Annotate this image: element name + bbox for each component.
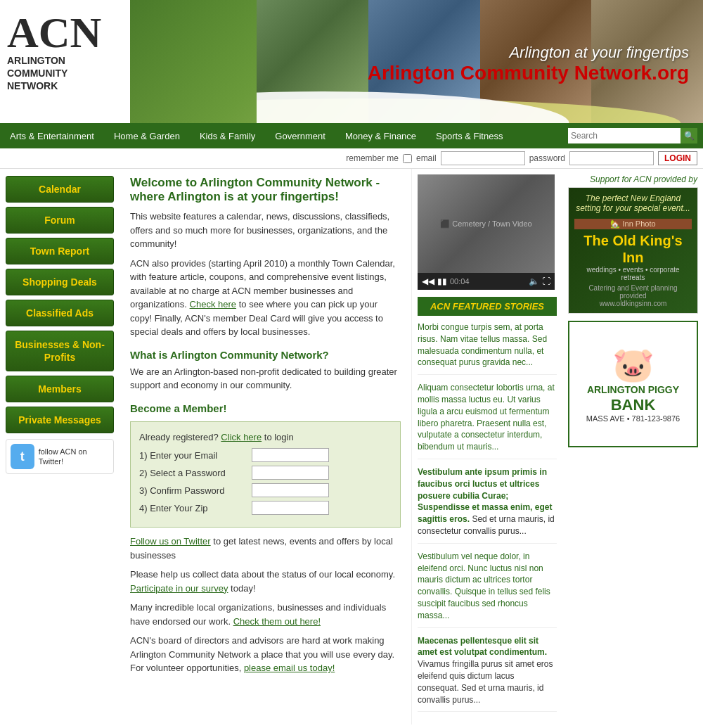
main-nav: Arts & Entertainment Home & Garden Kids … [0,123,703,148]
banner: Arlington at your fingertips Arlington C… [130,0,703,123]
search-input[interactable] [568,128,681,143]
sidebar-item-calendar[interactable]: Calendar [6,176,114,203]
bank-subtitle: BANK [611,396,656,414]
featured-header: ACN FEATURED STORIES [418,297,557,316]
follow-twitter-link[interactable]: Follow us on Twitter [130,536,211,547]
remember-me-label: remember me [346,153,399,163]
registered-text: Already registered? Click here to login [139,430,392,445]
form-row-email: 1) Enter your Email [139,448,392,462]
story-item-2: Aliquam consectetur lobortis urna, at mo… [418,382,557,459]
video-volume-button[interactable]: 🔈 [529,276,539,286]
member-email-input[interactable] [252,448,329,462]
become-heading: Become a Member! [130,402,401,414]
bank-address: MASS AVE • 781-123-9876 [586,414,680,423]
logo-text: ARLINGTON COMMUNITY NETWORK [7,54,123,93]
survey-link[interactable]: Participate in our survey [130,583,228,594]
bank-ad[interactable]: 🐷 ARLINGTON PIGGY BANK MASS AVE • 781-12… [568,321,697,447]
twitter-follow-box[interactable]: t follow ACN on Twitter! [6,439,114,474]
logo-area: ACN ARLINGTON COMMUNITY NETWORK [0,0,130,123]
search-area: 🔍 [568,128,703,143]
bank-ad-box[interactable]: 🐷 ARLINGTON PIGGY BANK MASS AVE • 781-12… [568,321,698,447]
nav-kids-family[interactable]: Kids & Family [190,123,265,148]
intro-p1: This website features a calendar, news, … [130,210,401,251]
story-text-4: Vestibulum vel neque dolor, in eleifend … [418,551,557,622]
password-label: password [529,153,565,163]
nav-money-finance[interactable]: Money & Finance [335,123,426,148]
form-row-password: 2) Select a Password [139,466,392,480]
ads-column: Support for ACN provided by The perfect … [562,169,703,724]
inn-ad-intro: The perfect New England setting for your… [574,193,692,213]
sidebar-item-town-report[interactable]: Town Report [6,238,114,264]
story-item-5: Maecenas pellentesque elit sit amet est … [418,635,557,713]
video-controls: ◀◀ ▮▮ 00:04 🔈 ⛶ [418,273,555,290]
support-text: Support for ACN provided by [568,174,697,184]
sidebar-item-shopping-deals[interactable]: Shopping Deals [6,269,114,295]
featured-acn-label: ACN [430,301,453,312]
email-input[interactable] [441,151,525,165]
story-item-1: Morbi congue turpis sem, at porta risus.… [418,321,557,375]
main-layout: Calendar Forum Town Report Shopping Deal… [0,169,703,724]
story-item-4: Vestibulum vel neque dolor, in eleifend … [418,551,557,628]
inn-subtitle: weddings • events • corporate retreats [574,266,692,281]
board-paragraph: ACN's board of directors and advisors ar… [130,634,401,675]
inn-image-placeholder: 🏡 Inn Photo [574,219,692,229]
video-placeholder: ⬛ Cemetery / Town Video [418,174,555,273]
check-here-link[interactable]: Check here [190,299,236,309]
logo-acn: ACN [7,11,123,54]
inn-name: The Old King's Inn [574,232,692,266]
video-fullscreen-button[interactable]: ⛶ [542,276,550,286]
main-content: Welcome to Arlington Community Network -… [120,169,411,724]
member-password-input[interactable] [252,466,329,480]
sidebar-item-classified-ads[interactable]: Classified Ads [6,300,114,326]
nav-government[interactable]: Government [265,123,335,148]
form-row-zip: 4) Enter Your Zip [139,501,392,515]
featured-stories-label: FEATURED STORIES [453,301,544,312]
survey-paragraph: Please help us collect data about the st… [130,568,401,595]
login-button[interactable]: LOGIN [658,151,697,165]
nav-home-garden[interactable]: Home & Garden [104,123,190,148]
sidebar-item-businesses[interactable]: Businesses & Non-Profits [6,331,114,371]
nav-sports[interactable]: Sports & Fitness [426,123,512,148]
click-here-login-link[interactable]: Click here [221,432,262,442]
twitter-paragraph: Follow us on Twitter to get latest news,… [130,535,401,562]
story-item-3: Vestibulum ante ipsum primis in faucibus… [418,466,557,544]
form-row-confirm-password: 3) Confirm Password [139,483,392,497]
member-zip-input[interactable] [252,501,329,515]
password-input[interactable] [569,151,654,165]
sidebar-item-forum[interactable]: Forum [6,207,114,234]
video-pause-button[interactable]: ▮▮ [437,276,447,286]
video-container: ⬛ Cemetery / Town Video [418,174,555,273]
video-rewind-button[interactable]: ◀◀ [422,276,434,286]
story-text-1: Morbi congue turpis sem, at porta risus.… [418,321,557,369]
piggy-bank-icon: 🐷 [612,345,654,385]
banner-sitename: Arlington Community Network.org [368,62,689,84]
member-confirm-password-input[interactable] [252,483,329,497]
video-time: 00:04 [450,277,526,286]
right-column: ⬛ Cemetery / Town Video ◀◀ ▮▮ 00:04 🔈 ⛶ … [411,169,562,724]
bank-name: ARLINGTON PIGGY [587,385,679,395]
sidebar-item-private-messages[interactable]: Private Messages [6,407,114,433]
banner-overlay: Arlington at your fingertips Arlington C… [368,44,689,84]
twitter-follow-text: follow ACN on Twitter! [39,447,109,467]
header: ACN ARLINGTON COMMUNITY NETWORK Arlingto… [0,0,703,123]
intro-p2: ACN also provides (starting April 2010) … [130,257,401,339]
email-label: email [416,153,437,163]
inn-bottom: Catering and Event planning providedwww.… [574,284,692,307]
remember-me-checkbox[interactable] [403,154,412,163]
email-us-link[interactable]: please email us today! [244,663,335,673]
sidebar: Calendar Forum Town Report Shopping Deal… [0,169,120,724]
nav-arts[interactable]: Arts & Entertainment [0,123,104,148]
story-text-3: Vestibulum ante ipsum primis in faucibus… [418,466,557,537]
search-button[interactable]: 🔍 [681,128,697,143]
what-heading: What is Arlington Community Network? [130,349,401,361]
banner-tagline: Arlington at your fingertips [368,44,689,62]
what-text: We are an Arlington-based non-profit ded… [130,365,401,392]
login-bar: remember me email password LOGIN [0,148,703,169]
sidebar-item-members[interactable]: Members [6,376,114,402]
inn-ad-box[interactable]: The perfect New England setting for your… [568,187,698,314]
main-heading: Welcome to Arlington Community Network -… [130,176,401,204]
story-text-2: Aliquam consectetur lobortis urna, at mo… [418,382,557,453]
story-text-5: Maecenas pellentesque elit sit amet est … [418,635,557,706]
inn-ad[interactable]: The perfect New England setting for your… [568,187,697,314]
endorsed-link[interactable]: Check them out here! [233,616,321,627]
